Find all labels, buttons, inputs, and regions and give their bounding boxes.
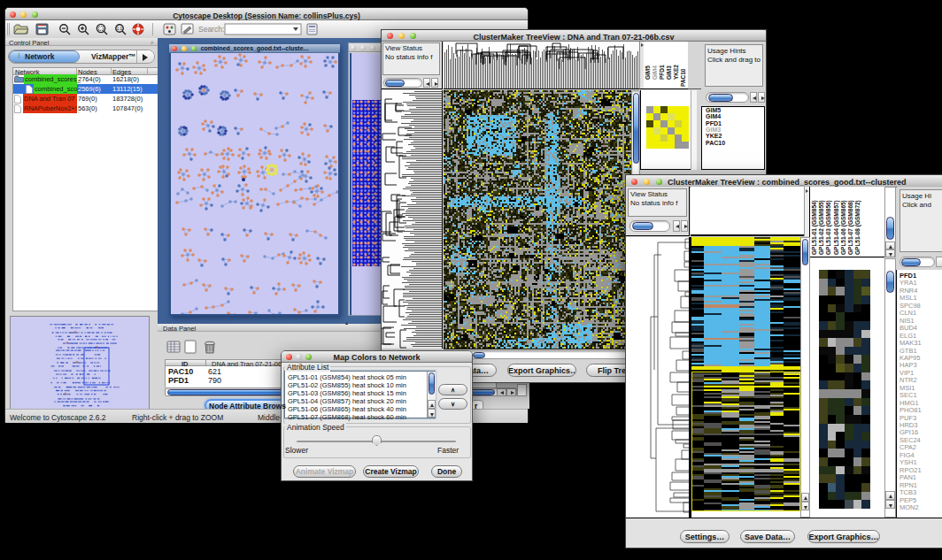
svg-text:Search:: Search: <box>198 25 224 34</box>
svg-text:1:1: 1:1 <box>117 27 123 31</box>
